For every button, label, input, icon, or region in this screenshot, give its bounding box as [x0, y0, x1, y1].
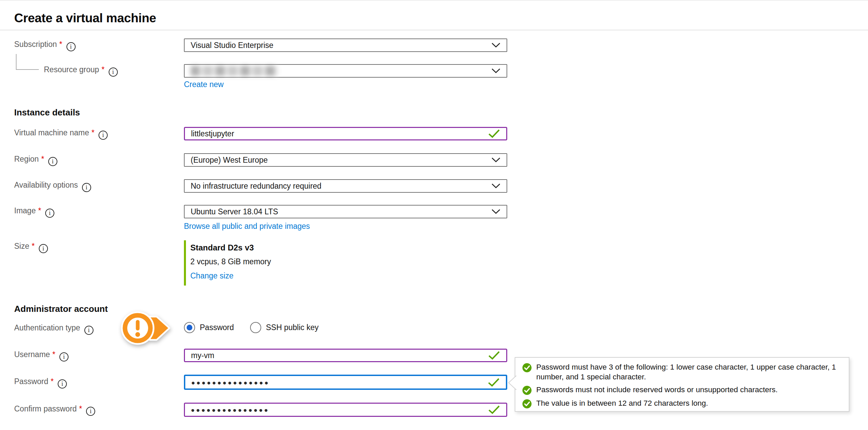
- tooltip-arrow: [507, 375, 517, 391]
- chevron-down-icon: [491, 43, 500, 48]
- browse-images-link[interactable]: Browse all public and private images: [184, 222, 310, 231]
- confirm-password-value: •••••••••••••••: [191, 405, 270, 415]
- confirm-password-input[interactable]: •••••••••••••••: [184, 403, 507, 417]
- radio-password[interactable]: [184, 322, 195, 333]
- radio-ssh-public-key[interactable]: [250, 322, 261, 333]
- required-asterisk: *: [41, 155, 44, 163]
- required-asterisk: *: [32, 242, 35, 250]
- info-icon[interactable]: i: [84, 326, 93, 335]
- chevron-down-icon: [491, 209, 500, 214]
- tooltip-item: Password must have 3 of the following: 1…: [522, 362, 843, 382]
- administrator-account-heading: Administrator account: [14, 304, 108, 314]
- size-specs: 2 vcpus, 8 GiB memory: [190, 257, 271, 266]
- subscription-value: Visual Studio Enterprise: [191, 41, 273, 50]
- tree-connector-horizontal: [16, 69, 39, 70]
- size-name: Standard D2s v3: [190, 243, 254, 252]
- page-title: Create a virtual machine: [14, 11, 156, 25]
- create-vm-page: Create a virtual machine Subscription*i …: [0, 0, 868, 430]
- subscription-label: Subscription*i: [14, 40, 76, 51]
- availability-label: Availability optionsi: [14, 181, 91, 192]
- vm-name-label: Virtual machine name*i: [14, 128, 108, 140]
- tooltip-text: The value is in between 12 and 72 charac…: [536, 398, 708, 408]
- info-icon[interactable]: i: [82, 183, 91, 192]
- required-asterisk: *: [51, 377, 54, 386]
- valid-check-icon: [488, 129, 500, 138]
- resource-group-dropdown[interactable]: [184, 64, 507, 78]
- info-icon[interactable]: i: [39, 244, 48, 253]
- tooltip-text: Password must have 3 of the following: 1…: [536, 362, 842, 382]
- info-icon[interactable]: i: [66, 42, 76, 51]
- region-label: Region*i: [14, 155, 57, 166]
- resource-group-label: Resource group*i: [44, 65, 118, 77]
- success-check-icon: [522, 363, 532, 373]
- chevron-down-icon: [491, 68, 500, 74]
- info-icon[interactable]: i: [99, 131, 108, 140]
- size-label: Size*i: [14, 242, 48, 253]
- info-icon[interactable]: i: [45, 209, 54, 218]
- region-value: (Europe) West Europe: [191, 156, 268, 165]
- info-icon[interactable]: i: [59, 352, 69, 361]
- password-value: •••••••••••••••: [191, 378, 270, 388]
- availability-dropdown[interactable]: No infrastructure redundancy required: [184, 179, 507, 193]
- region-dropdown[interactable]: (Europe) West Europe: [184, 153, 507, 167]
- valid-check-icon: [488, 351, 500, 360]
- username-input[interactable]: my-vm: [184, 349, 507, 362]
- password-label: Password*i: [14, 377, 67, 388]
- title-divider: [0, 30, 868, 30]
- change-size-link[interactable]: Change size: [190, 271, 234, 280]
- valid-check-icon: [488, 405, 500, 414]
- info-icon[interactable]: i: [86, 407, 95, 416]
- tooltip-item: The value is in between 12 and 72 charac…: [522, 398, 843, 409]
- password-input[interactable]: •••••••••••••••: [184, 375, 507, 390]
- top-divider: [0, 0, 868, 1]
- vm-name-input[interactable]: littlestjupyter: [184, 127, 507, 140]
- username-label: Username*i: [14, 350, 69, 361]
- auth-type-radio-group: Password SSH public key: [184, 322, 330, 333]
- chevron-down-icon: [491, 157, 500, 163]
- required-asterisk: *: [59, 40, 62, 49]
- success-check-icon: [522, 399, 532, 409]
- username-value: my-vm: [191, 351, 214, 360]
- radio-password-label[interactable]: Password: [200, 323, 234, 332]
- image-label: Image*i: [14, 206, 54, 218]
- required-asterisk: *: [52, 350, 55, 359]
- success-check-icon: [522, 385, 532, 395]
- subscription-dropdown[interactable]: Visual Studio Enterprise: [184, 38, 507, 52]
- tree-connector-vertical: [16, 54, 17, 70]
- image-value: Ubuntu Server 18.04 LTS: [191, 207, 278, 216]
- confirm-password-label: Confirm password*i: [14, 404, 95, 416]
- required-asterisk: *: [102, 65, 105, 74]
- required-asterisk: *: [91, 128, 94, 137]
- required-asterisk: *: [79, 404, 82, 413]
- valid-check-icon: [488, 378, 500, 387]
- instance-details-heading: Instance details: [14, 107, 80, 118]
- info-icon[interactable]: i: [109, 68, 118, 77]
- radio-selected-dot: [187, 325, 192, 330]
- required-asterisk: *: [38, 206, 41, 215]
- tooltip-text: Passwords must not include reserved word…: [536, 385, 778, 395]
- exclamation-callout-icon: [119, 306, 177, 350]
- info-icon[interactable]: i: [48, 157, 57, 166]
- radio-ssh-label[interactable]: SSH public key: [266, 323, 319, 332]
- info-icon[interactable]: i: [58, 379, 67, 388]
- availability-value: No infrastructure redundancy required: [191, 182, 321, 191]
- size-accent-bar: [184, 240, 186, 286]
- vm-name-value: littlestjupyter: [191, 129, 234, 138]
- resource-group-redacted-value: [191, 66, 278, 76]
- password-requirements-tooltip: Password must have 3 of the following: 1…: [515, 357, 849, 412]
- chevron-down-icon: [491, 183, 500, 189]
- auth-type-label: Authentication typei: [14, 323, 93, 335]
- create-new-link[interactable]: Create new: [184, 80, 224, 89]
- tooltip-item: Passwords must not include reserved word…: [522, 385, 843, 395]
- image-dropdown[interactable]: Ubuntu Server 18.04 LTS: [184, 205, 507, 218]
